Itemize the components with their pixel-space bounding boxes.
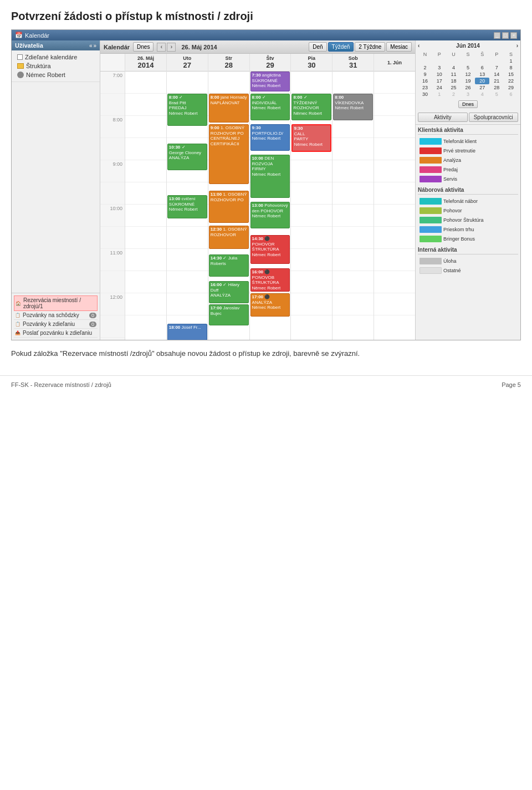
maximize-button[interactable]: □ bbox=[502, 32, 509, 39]
view-den-button[interactable]: Deň bbox=[309, 42, 326, 52]
event-jaroslav[interactable]: 17:00 JaroslavBujec bbox=[209, 304, 249, 325]
mini-cal-day[interactable]: 13 bbox=[475, 71, 489, 78]
mini-cal-day[interactable]: 5 bbox=[461, 64, 475, 71]
mini-cal-day[interactable]: 8 bbox=[504, 64, 518, 71]
event-call-party-highlighted[interactable]: 9:30CALLPARTYNěmec Robert bbox=[291, 124, 331, 152]
activity-servis[interactable]: Servis bbox=[418, 175, 518, 184]
event-jane-hornady[interactable]: 8:00 jane HornadyNAPLÁNOVAT bbox=[209, 94, 249, 123]
mini-cal-day[interactable] bbox=[447, 58, 461, 64]
mini-cal-day[interactable]: 6 bbox=[504, 91, 518, 98]
mini-cal-day[interactable]: 27 bbox=[475, 84, 489, 91]
mini-cal-day[interactable]: 2 bbox=[418, 64, 432, 71]
event-individual[interactable]: 8:00 ✓INDIVIDUÁLNěmec Robert bbox=[250, 94, 290, 120]
mini-cal-day[interactable]: 17 bbox=[432, 78, 447, 84]
mini-cal-day[interactable] bbox=[461, 58, 475, 64]
event-analyza-1700[interactable]: 17:00 ⚫ANALÝZANěmec Robert bbox=[250, 293, 290, 317]
view-mesiac-button[interactable]: Mesiac bbox=[386, 42, 412, 52]
close-button[interactable]: × bbox=[510, 32, 517, 39]
activity-telefonat-nabor[interactable]: Telefonát nábor bbox=[418, 197, 518, 206]
mini-cal-day[interactable]: 4 bbox=[475, 91, 489, 98]
activity-analyza[interactable]: Analýza bbox=[418, 156, 518, 165]
today-button[interactable]: Dnes bbox=[133, 42, 154, 52]
event-pohovor-struktura-1[interactable]: 14:30 ⚫POHOVORŠTRUKTÚRANěmec Robert bbox=[250, 235, 290, 264]
mini-cal-day[interactable]: 1 bbox=[432, 91, 447, 98]
mini-cal-today mini-cal-day[interactable]: 20 bbox=[475, 78, 489, 84]
minimize-button[interactable]: _ bbox=[494, 32, 500, 39]
activity-prve-stretnutie[interactable]: Prvé stretnutie bbox=[418, 146, 518, 155]
prev-button[interactable]: ‹ bbox=[157, 43, 166, 52]
mini-cal-day[interactable]: 7 bbox=[489, 64, 504, 71]
mini-cal-day[interactable]: 3 bbox=[461, 91, 475, 98]
mini-cal-day[interactable]: 18 bbox=[447, 78, 461, 84]
event-den-rozvoja[interactable]: 10:00 DENROZVOJAFIRMYNěmec Robert bbox=[250, 155, 290, 198]
mini-cal-day[interactable]: 16 bbox=[418, 78, 432, 84]
activity-pohovor-struktura[interactable]: Pohovor Štruktúra bbox=[418, 216, 518, 225]
mini-cal-day[interactable]: 21 bbox=[489, 78, 504, 84]
mini-cal-day[interactable]: 2 bbox=[447, 91, 461, 98]
sidebar-collapse-left[interactable]: « bbox=[89, 43, 93, 49]
event-brad-pitt[interactable]: 8:00 ✓Brad PittPREDAJNěmec Robert bbox=[167, 94, 207, 126]
activity-ostatne[interactable]: Ostatné bbox=[418, 266, 518, 275]
event-jozef[interactable]: 18:00 Josef Fr... bbox=[167, 324, 207, 340]
shared-cal-checkbox[interactable] bbox=[17, 54, 23, 60]
event-george-clooney[interactable]: 10:30 ✓George ClooneyANALÝZA bbox=[167, 144, 207, 170]
sidebar-item-struktura[interactable]: Štruktúra bbox=[15, 62, 96, 70]
mini-cal-day[interactable]: 22 bbox=[504, 78, 518, 84]
sidebar-collapse-right[interactable]: » bbox=[93, 43, 96, 49]
mini-cal-prev[interactable]: ‹ bbox=[418, 43, 420, 49]
activity-predaj[interactable]: Predaj bbox=[418, 165, 518, 174]
next-button[interactable]: › bbox=[167, 43, 176, 52]
sidebar-item-shared-calendars[interactable]: Zdieľané kalendáre bbox=[15, 53, 96, 62]
activity-pohovor[interactable]: Pohovor bbox=[418, 206, 518, 215]
mini-cal-day[interactable]: 12 bbox=[461, 71, 475, 78]
mini-cal-day[interactable]: 5 bbox=[489, 91, 504, 98]
mini-cal-day[interactable]: 14 bbox=[489, 71, 504, 78]
sidebar-invitations-meetings[interactable]: 📋 Pozvánky na schôdzky 0 bbox=[14, 311, 98, 320]
event-pohovorovy[interactable]: 13:00 Pohovorový den POHOVORNěmec Robert bbox=[250, 202, 290, 228]
view-2tyzdne-button[interactable]: 2 Týždne bbox=[355, 42, 385, 52]
mini-cal-day[interactable]: 24 bbox=[432, 84, 447, 91]
mini-cal-day[interactable]: 4 bbox=[447, 64, 461, 71]
sidebar-reservations[interactable]: 🏠 Rezervácia miestností / zdrojú/1 bbox=[14, 295, 98, 311]
mini-cal-day[interactable]: 28 bbox=[489, 84, 504, 91]
mini-cal-day[interactable]: 30 bbox=[418, 91, 432, 98]
activity-bringer[interactable]: Bringer Bonus bbox=[418, 235, 518, 243]
activity-telefonat-klient[interactable]: Telefonát klient bbox=[418, 137, 518, 146]
mini-cal-day[interactable] bbox=[489, 58, 504, 64]
activity-uloha[interactable]: Úloha bbox=[418, 257, 518, 266]
mini-cal-day[interactable]: 19 bbox=[461, 78, 475, 84]
event-pohovor-struktura-2[interactable]: 16:00 ⚫PONOVOBŠTRUKTÚRANěmec Robert bbox=[250, 268, 290, 292]
mini-cal-day[interactable]: 9 bbox=[418, 71, 432, 78]
event-osobny-rozhovor[interactable]: 9:00 1. OSOBNÝROZHOVOR POCENTRÁLNEJCERTI… bbox=[209, 124, 249, 184]
event-osobny-1230[interactable]: 12:30 1. OSOBNÝROZHOVOR bbox=[209, 226, 249, 249]
mini-cal-day[interactable]: 3 bbox=[432, 64, 447, 71]
activity-prieskom[interactable]: Prieskom trhu bbox=[418, 225, 518, 234]
mini-cal-day[interactable]: 29 bbox=[504, 84, 518, 91]
mini-cal-day[interactable]: 1 bbox=[504, 58, 518, 64]
mini-cal-day[interactable]: 6 bbox=[475, 64, 489, 71]
mini-cal-day[interactable] bbox=[475, 58, 489, 64]
event-cviceni[interactable]: 13:00 cvičeníSÚKROMNÉNěmec Robert bbox=[167, 195, 207, 218]
mini-cal-day[interactable]: 11 bbox=[447, 71, 461, 78]
mini-cal-day[interactable] bbox=[432, 58, 447, 64]
event-anglictina[interactable]: 7:30 anglictinaSÚKROMNÉNěmec Robert bbox=[250, 72, 290, 91]
sidebar-item-nemec-robert[interactable]: Némec Robert bbox=[15, 70, 96, 79]
mini-cal-next[interactable]: › bbox=[516, 43, 518, 49]
tab-aktivity[interactable]: Aktivity bbox=[418, 113, 468, 122]
view-tyden-button[interactable]: Týždeň bbox=[328, 42, 354, 52]
mini-cal-day[interactable]: 25 bbox=[447, 84, 461, 91]
sidebar-send-invitation[interactable]: 📤 Poslať pozvánku k zdieľaniu bbox=[14, 329, 98, 338]
event-osobny-11[interactable]: 11:00 1. OSOBNÝROZHOVOR PO bbox=[209, 191, 249, 223]
event-portfolio[interactable]: 9:30PORTFOLIO.D/Němec Robert bbox=[250, 124, 290, 151]
dnes-button[interactable]: Dnes bbox=[458, 100, 478, 108]
event-tyzdenny-rozhovor[interactable]: 8:00 ✓TÝŽDENNÝROZHOVORNěmec Robert bbox=[291, 94, 331, 120]
sidebar-invitations-sharing[interactable]: 📋 Pozvánky k zdieľaniu 0 bbox=[14, 320, 98, 329]
mini-cal-day[interactable] bbox=[418, 58, 432, 64]
event-julia-roberts[interactable]: 14:30 ✓ Julia Roberts bbox=[209, 254, 249, 277]
mini-cal-day[interactable]: 15 bbox=[504, 71, 518, 78]
tab-spolupracovnici[interactable]: Spolupracovníci bbox=[469, 113, 519, 122]
event-vikendovka[interactable]: 8:00VÍKENDOVKANěmec Robert bbox=[333, 94, 373, 120]
mini-cal-day[interactable]: 10 bbox=[432, 71, 447, 78]
mini-cal-day[interactable]: 23 bbox=[418, 84, 432, 91]
mini-cal-day[interactable]: 26 bbox=[461, 84, 475, 91]
